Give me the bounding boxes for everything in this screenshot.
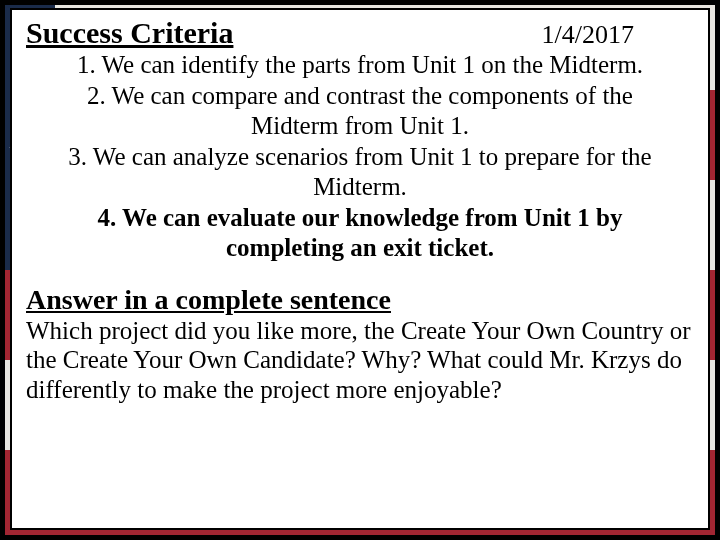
success-criteria-title: Success Criteria — [26, 16, 233, 50]
answer-section-title: Answer in a complete sentence — [26, 284, 694, 316]
content-card: Success Criteria 1/4/2017 1. We can iden… — [10, 8, 710, 530]
criteria-item-4-line2: completing an exit ticket. — [30, 233, 690, 264]
criteria-item-3-line2: Midterm. — [30, 172, 690, 203]
answer-prompt-body: Which project did you like more, the Cre… — [26, 316, 694, 405]
criteria-item-4-line1: 4. We can evaluate our knowledge from Un… — [30, 203, 690, 234]
criteria-item-2-line1: 2. We can compare and contrast the compo… — [30, 81, 690, 112]
header-row: Success Criteria 1/4/2017 — [26, 16, 694, 50]
date-text: 1/4/2017 — [542, 20, 634, 50]
criteria-item-1: 1. We can identify the parts from Unit 1… — [30, 50, 690, 81]
criteria-item-3-line1: 3. We can analyze scenarios from Unit 1 … — [30, 142, 690, 173]
criteria-list: 1. We can identify the parts from Unit 1… — [26, 50, 694, 264]
criteria-item-2-line2: Midterm from Unit 1. — [30, 111, 690, 142]
